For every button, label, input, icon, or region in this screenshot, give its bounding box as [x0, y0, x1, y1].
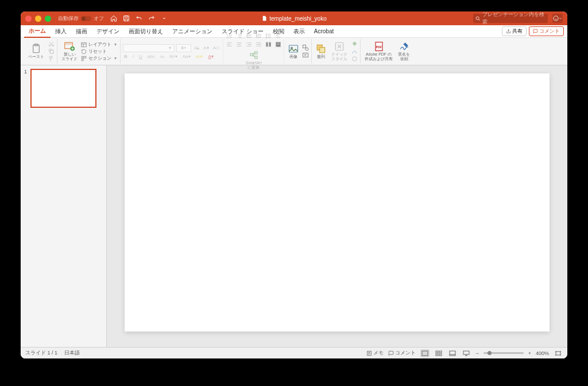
search-input[interactable]: プレゼンテーション内を検索 — [473, 14, 548, 23]
status-bar: スライド 1 / 1 日本語 メモ コメント − + 400% — [21, 347, 567, 358]
signature-button[interactable]: 署名を 依頼 — [396, 41, 412, 61]
change-case-button[interactable]: Aa▾ — [181, 54, 192, 59]
language-indicator[interactable]: 日本語 — [64, 349, 80, 357]
autosave-toggle[interactable]: 自動保存 オフ — [58, 15, 104, 22]
strike-button[interactable]: abc — [146, 54, 156, 59]
copy-icon[interactable] — [48, 48, 55, 55]
shapes-button[interactable] — [302, 44, 309, 51]
zoom-value[interactable]: 400% — [536, 350, 549, 356]
comments-status-button[interactable]: コメント — [388, 349, 416, 357]
thumbnail-preview[interactable] — [30, 69, 96, 108]
comments-button[interactable]: コメント — [529, 26, 564, 36]
svg-rect-43 — [556, 352, 560, 355]
slideshow-view-button[interactable] — [462, 349, 471, 357]
slide-thumbnail-panel[interactable]: 1 — [21, 65, 107, 347]
adobe-pdf-button[interactable]: PDF Adobe PDF の 作成および共有 — [363, 41, 394, 61]
reading-view-button[interactable] — [448, 349, 457, 357]
align-center-button[interactable] — [235, 41, 242, 48]
indent-dec-button[interactable] — [245, 33, 252, 40]
reset-button[interactable]: リセット — [81, 48, 118, 54]
paste-button[interactable]: ペースト — [26, 43, 46, 60]
justify-button[interactable] — [255, 41, 262, 48]
canvas-area[interactable] — [107, 65, 567, 347]
notes-button[interactable]: メモ — [366, 349, 384, 357]
clear-format-button[interactable]: A◇ — [212, 45, 220, 50]
arrange-icon — [316, 44, 326, 54]
align-left-button[interactable] — [226, 41, 233, 48]
zoom-out-button[interactable]: − — [475, 350, 478, 356]
shape-effects-button[interactable] — [351, 56, 358, 63]
normal-view-button[interactable] — [420, 349, 430, 357]
arrange-button[interactable]: 整列 — [314, 43, 328, 60]
text-direction-button[interactable] — [274, 33, 281, 40]
slide-number: 1 — [24, 69, 29, 108]
cut-icon[interactable] — [48, 41, 55, 48]
section-button[interactable]: セクション▾ — [81, 55, 118, 61]
tab-draw[interactable]: 描画 — [71, 26, 92, 37]
decrease-font-button[interactable]: A▾ — [202, 45, 210, 50]
tab-transitions[interactable]: 画面切り替え — [124, 26, 168, 37]
quick-styles-button[interactable]: クイック スタイル — [330, 41, 349, 61]
svg-point-32 — [352, 57, 356, 61]
redo-icon[interactable] — [148, 14, 156, 22]
shape-outline-button[interactable] — [351, 48, 358, 55]
slide-thumbnail[interactable]: 1 — [24, 69, 103, 108]
highlight-button[interactable]: ab▾ — [195, 54, 204, 59]
textbox-button[interactable] — [302, 52, 309, 59]
zoom-slider[interactable] — [483, 352, 524, 354]
svg-rect-40 — [439, 354, 442, 356]
tab-design[interactable]: デザイン — [92, 26, 124, 37]
picture-icon — [288, 44, 299, 54]
subscript-button[interactable]: x₂ — [159, 54, 165, 59]
undo-icon[interactable] — [135, 14, 143, 22]
font-color-button[interactable]: A▾ — [207, 54, 214, 59]
shape-fill-button[interactable] — [351, 41, 358, 48]
home-icon[interactable] — [110, 14, 118, 22]
tab-acrobat[interactable]: Acrobat — [310, 26, 338, 36]
picture-button[interactable]: 画像 — [287, 43, 300, 60]
italic-button[interactable]: I — [131, 54, 135, 59]
svg-rect-14 — [82, 59, 83, 60]
tab-insert[interactable]: 挿入 — [51, 26, 71, 37]
font-size-input[interactable]: 6+ — [176, 44, 191, 52]
tab-animations[interactable]: アニメーション — [168, 26, 217, 37]
font-family-input[interactable]: ▾ — [123, 44, 175, 52]
bullets-button[interactable] — [226, 33, 233, 40]
sorter-view-button[interactable] — [434, 349, 443, 357]
zoom-in-button[interactable]: + — [528, 350, 531, 356]
layout-icon — [81, 42, 87, 48]
underline-button[interactable]: U — [138, 54, 144, 59]
indent-inc-button[interactable] — [255, 33, 262, 40]
new-slide-button[interactable]: 新しい スライド — [60, 41, 79, 61]
layout-button[interactable]: レイアウト▾ — [81, 41, 118, 48]
autosave-switch[interactable] — [81, 16, 91, 21]
align-right-button[interactable] — [245, 41, 252, 48]
svg-rect-23 — [255, 56, 257, 59]
slide-canvas[interactable] — [125, 73, 550, 332]
maximize-window[interactable] — [45, 15, 51, 22]
share-button[interactable]: 共有 — [502, 26, 527, 36]
account-button[interactable] — [552, 14, 563, 23]
format-painter-icon[interactable] — [48, 56, 55, 63]
workspace: 1 — [21, 65, 567, 347]
save-icon[interactable] — [122, 14, 130, 22]
chevron-down-icon[interactable] — [160, 14, 168, 22]
bold-button[interactable]: B — [123, 54, 129, 59]
smartart-button[interactable]: SmartArt に変換 — [244, 49, 264, 70]
group-clipboard: ペースト — [24, 39, 57, 64]
smiley-icon — [553, 15, 559, 21]
group-paragraph: SmartArt に変換 — [223, 39, 284, 64]
minimize-window[interactable] — [35, 15, 41, 22]
tab-view[interactable]: 表示 — [289, 26, 310, 37]
numbering-button[interactable] — [235, 33, 242, 40]
increase-font-button[interactable]: A▴ — [193, 45, 200, 50]
columns-button[interactable] — [265, 41, 272, 48]
line-spacing-button[interactable] — [265, 33, 272, 40]
svg-rect-38 — [439, 351, 442, 353]
spacing-button[interactable]: AV▾ — [168, 54, 179, 59]
fit-window-button[interactable] — [554, 349, 563, 357]
tab-home[interactable]: ホーム — [24, 25, 51, 38]
align-text-button[interactable] — [274, 41, 281, 48]
section-icon — [81, 56, 87, 61]
close-window[interactable] — [25, 15, 32, 22]
